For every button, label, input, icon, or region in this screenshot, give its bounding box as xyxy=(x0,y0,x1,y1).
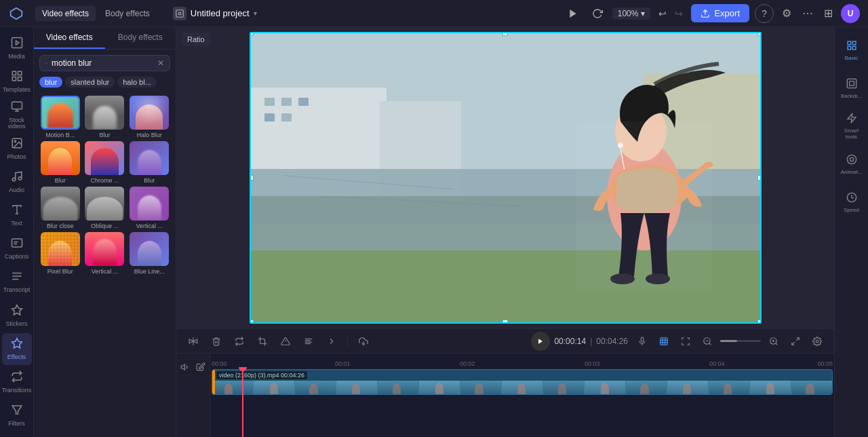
undo-button[interactable]: ↩ xyxy=(656,5,669,22)
search-clear-button[interactable]: ✕ xyxy=(157,58,164,68)
split-button[interactable] xyxy=(677,332,694,350)
resize-handle-mr[interactable] xyxy=(757,175,762,180)
sidebar-item-captions[interactable]: Captions xyxy=(2,233,32,265)
resize-handle-bm[interactable] xyxy=(502,320,508,324)
video-clip[interactable]: video (2160p) (3).mp4 00:04:26 xyxy=(212,369,833,395)
search-input[interactable] xyxy=(52,58,153,68)
zoom-out-button[interactable] xyxy=(698,332,716,350)
timeline-play-button[interactable] xyxy=(531,332,550,351)
effects-tab-body[interactable]: Body effects xyxy=(105,27,176,49)
edit-button[interactable] xyxy=(195,360,208,374)
right-panel-smart-tools[interactable]: Smart tools xyxy=(838,109,865,144)
svg-marker-26 xyxy=(12,305,22,314)
effect-pixel-blur[interactable]: Pixel Blur xyxy=(39,232,81,275)
sidebar-item-effects[interactable]: Effects xyxy=(2,333,32,365)
effect-blur-close-label: Blur close xyxy=(41,223,80,229)
mic-button[interactable] xyxy=(633,332,651,350)
svg-line-67 xyxy=(709,343,711,345)
resize-handle-tm[interactable] xyxy=(502,32,508,36)
more-button[interactable]: ⋯ xyxy=(800,4,816,23)
filters-label: Filters xyxy=(8,421,25,428)
sidebar-item-filters[interactable]: Filters xyxy=(2,400,32,432)
settings-button[interactable]: ⚙ xyxy=(779,4,794,23)
sidebar-item-transcript[interactable]: Transcript xyxy=(2,266,32,298)
topbar-play-button[interactable] xyxy=(564,4,583,23)
topbar-project[interactable]: Untitled project ▾ xyxy=(173,7,257,20)
smart-tools-label: Smart tools xyxy=(838,128,865,140)
right-panel-basic[interactable]: Basic xyxy=(838,33,865,68)
ruler-mark-4: 00:04 xyxy=(709,360,725,367)
sidebar-item-media[interactable]: Media xyxy=(2,33,32,64)
effect-motion-blur-thumb xyxy=(41,96,80,130)
timeline-side-controls xyxy=(176,354,210,381)
effect-vertical[interactable]: Vertical ... xyxy=(128,187,170,229)
loop-tool[interactable] xyxy=(231,332,248,350)
more-tool[interactable] xyxy=(323,332,340,350)
smart-tools-icon xyxy=(846,113,857,126)
sidebar-item-audio[interactable]: Audio xyxy=(2,166,32,198)
resize-handle-br[interactable] xyxy=(757,320,762,324)
effect-vertical-label: Vertical ... xyxy=(130,223,169,229)
resize-handle-ml[interactable] xyxy=(250,175,254,180)
sidebar-item-stock[interactable]: Stock videos xyxy=(2,99,32,131)
zoom-fit-button[interactable] xyxy=(765,332,783,350)
resize-handle-tr[interactable] xyxy=(757,32,762,36)
tab-body-effects[interactable]: Body effects xyxy=(98,6,157,21)
svg-rect-50 xyxy=(576,121,712,291)
effect-motion-blur[interactable]: Motion B... xyxy=(39,96,81,138)
download-tool[interactable] xyxy=(355,332,372,350)
ratio-button[interactable]: Ratio xyxy=(182,33,210,46)
right-panel-animate[interactable]: Animat... xyxy=(838,147,865,182)
effect-halo-blur[interactable]: Halo Blur xyxy=(128,96,170,138)
effect-blue-line[interactable]: Blue Line... xyxy=(128,232,170,275)
layout-button[interactable]: ⊞ xyxy=(821,4,835,23)
sidebar-item-photos[interactable]: Photos xyxy=(2,133,32,165)
fullscreen-button[interactable] xyxy=(787,332,804,350)
tag-halo-blur[interactable]: halo bl... xyxy=(117,77,157,88)
help-button[interactable]: ? xyxy=(755,4,774,23)
warning-tool[interactable] xyxy=(277,332,294,350)
tag-blur[interactable]: blur xyxy=(39,77,62,88)
user-avatar[interactable]: U xyxy=(841,4,860,23)
resize-handle-bl[interactable] xyxy=(250,320,254,324)
right-panel-backdrop[interactable]: Backdr... xyxy=(838,71,865,106)
right-panel-speed[interactable]: Speed xyxy=(838,185,865,220)
align-tool[interactable] xyxy=(300,332,317,350)
effects-panel: Video effects Body effects ✕ blur slante… xyxy=(34,27,176,437)
tag-slanted-blur[interactable]: slanted blur xyxy=(65,77,115,88)
basic-label: Basic xyxy=(845,55,859,61)
effect-blur2[interactable]: Blur xyxy=(39,141,81,184)
settings-button[interactable] xyxy=(808,332,826,350)
sidebar-item-text[interactable]: Text xyxy=(2,200,32,231)
zoom-control[interactable]: 100% ▾ xyxy=(612,7,651,20)
export-button[interactable]: Export xyxy=(691,4,749,22)
split-tool[interactable] xyxy=(184,332,202,350)
sidebar-item-stickers[interactable]: Stickers xyxy=(2,299,32,331)
timeline: 00:00:14 | 00:04:26 xyxy=(176,328,834,437)
timeline-tracks: video (2160p) (3).mp4 00:04:26 xyxy=(210,367,834,437)
svg-rect-34 xyxy=(264,98,275,106)
logo[interactable] xyxy=(8,5,24,22)
timeline-side xyxy=(176,354,210,437)
mute-button[interactable] xyxy=(179,360,192,374)
effect-blur[interactable]: Blur xyxy=(84,96,126,138)
effects-tab-video[interactable]: Video effects xyxy=(34,27,105,49)
effect-blur-close[interactable]: Blur close xyxy=(39,187,81,229)
undo-redo-controls: ↩ ↪ xyxy=(656,5,686,22)
redo-button[interactable]: ↪ xyxy=(672,5,686,22)
topbar-reload-button[interactable] xyxy=(588,4,607,23)
magic-button[interactable] xyxy=(655,332,673,350)
preview-video xyxy=(250,32,762,324)
delete-tool[interactable] xyxy=(208,332,225,350)
effect-blue-line-label: Blue Line... xyxy=(130,268,169,275)
effect-oblique[interactable]: Oblique ... xyxy=(84,187,126,229)
effect-chrome[interactable]: Chrome ... xyxy=(84,141,126,184)
resize-handle-tl[interactable] xyxy=(250,32,254,36)
effect-vertical2[interactable]: Vertical ... xyxy=(84,232,126,275)
effect-blur3[interactable]: Blur xyxy=(128,141,170,184)
sidebar-item-templates[interactable]: Templates xyxy=(2,66,32,98)
sidebar-item-transitions[interactable]: Transitions xyxy=(2,366,32,398)
tab-video-effects[interactable]: Video effects xyxy=(35,6,96,21)
crop-tool[interactable] xyxy=(254,332,271,350)
stock-icon xyxy=(11,100,23,115)
